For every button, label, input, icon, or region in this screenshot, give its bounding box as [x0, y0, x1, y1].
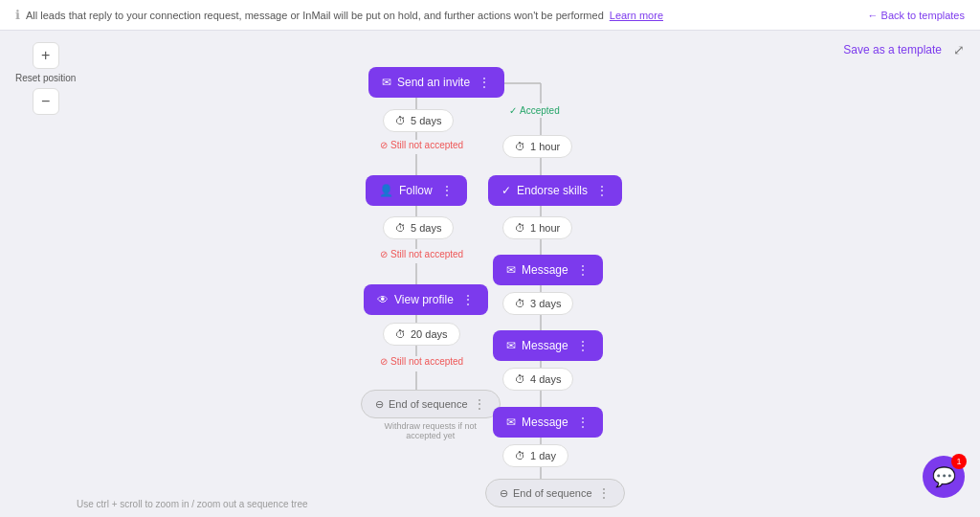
timer-5days-2-label: 5 days — [411, 222, 441, 234]
zoom-controls: + Reset position − — [15, 42, 76, 115]
info-icon: ℹ — [15, 8, 20, 22]
end-sequence-2-node: ⊖ End of sequence ⋮ — [485, 479, 625, 507]
timer-1hour-2-node: ⏱ 1 hour — [502, 216, 572, 239]
message-3-icon: ✉ — [506, 416, 516, 429]
timer-20days-node: ⏱ 20 days — [383, 323, 460, 346]
endorse-skills-node: ✓ Endorse skills ⋮ — [488, 175, 622, 206]
end-menu-2[interactable]: ⋮ — [597, 485, 611, 501]
message-3-node: ✉ Message ⋮ — [493, 407, 603, 438]
top-right-controls: Save as a template ⤢ — [843, 42, 965, 57]
message-3-label: Message — [522, 416, 568, 429]
timer-1day-node: ⏱ 1 day — [502, 444, 568, 467]
info-message: All leads that reply to your connection … — [26, 10, 604, 21]
message-2-icon: ✉ — [506, 339, 516, 352]
message-3-menu[interactable]: ⋮ — [576, 415, 590, 430]
end-icon-1: ⊖ — [375, 398, 384, 411]
send-invite-icon: ✉ — [382, 76, 391, 89]
end-subtext-1: Withdraw requests if not accepted yet — [383, 421, 479, 440]
status-label-1: Still not accepted — [390, 140, 463, 150]
zoom-out-button[interactable]: − — [33, 88, 59, 115]
message-1-label: Message — [522, 263, 568, 277]
info-bar-left: ℹ All leads that reply to your connectio… — [15, 8, 663, 22]
follow-menu[interactable]: ⋮ — [440, 183, 454, 198]
timer-icon-3: ⏱ — [395, 328, 406, 340]
timer-1hour-1-node: ⏱ 1 hour — [502, 135, 572, 158]
learn-more-link[interactable]: Learn more — [610, 10, 663, 21]
endorse-menu[interactable]: ⋮ — [595, 183, 609, 198]
end-label-2: End of sequence — [513, 487, 592, 499]
message-1-menu[interactable]: ⋮ — [576, 262, 590, 278]
view-profile-node: 👁 View profile ⋮ — [364, 284, 488, 315]
timer-icon-2: ⏱ — [395, 222, 406, 234]
end-sequence-1-node: ⊖ End of sequence ⋮ Withdraw requests if… — [361, 390, 501, 440]
send-invite-menu[interactable]: ⋮ — [478, 75, 491, 90]
timer-5days-1-node: ⏱ 5 days — [383, 109, 454, 132]
message-1-icon: ✉ — [506, 263, 516, 277]
endorse-label: Endorse skills — [517, 184, 588, 197]
view-profile-icon: 👁 — [377, 293, 389, 306]
message-2-label: Message — [522, 339, 568, 352]
timer-3days-label: 3 days — [530, 298, 561, 309]
timer-20days-label: 20 days — [411, 328, 448, 340]
timer-1hour-2-label: 1 hour — [530, 222, 560, 234]
message-2-menu[interactable]: ⋮ — [576, 338, 590, 353]
follow-label: Follow — [399, 184, 433, 197]
timer-1day-label: 1 day — [530, 450, 556, 461]
zoom-in-button[interactable]: + — [33, 42, 59, 69]
back-to-templates-link[interactable]: ← Back to templates — [868, 10, 966, 21]
accepted-label: Accepted — [520, 105, 560, 116]
follow-node: 👤 Follow ⋮ — [366, 175, 467, 206]
chat-icon: 💬 — [932, 465, 956, 488]
timer-icon-1: ⏱ — [395, 115, 406, 126]
status-label-2: Still not accepted — [390, 249, 463, 259]
endorse-icon: ✓ — [501, 184, 511, 197]
timer-3days-node: ⏱ 3 days — [502, 292, 573, 315]
follow-icon: 👤 — [379, 184, 393, 197]
timer-1hour-1-label: 1 hour — [530, 141, 560, 152]
status-label-3: Still not accepted — [390, 356, 463, 367]
timer-icon-r3: ⏱ — [515, 298, 525, 309]
message-1-node: ✉ Message ⋮ — [493, 255, 603, 285]
chat-badge: 1 — [951, 454, 967, 469]
check-icon: ✓ — [509, 105, 517, 116]
view-profile-menu[interactable]: ⋮ — [461, 292, 475, 307]
error-icon-2: ⊘ — [380, 249, 388, 259]
message-2-node: ✉ Message ⋮ — [493, 330, 603, 361]
timer-4days-label: 4 days — [530, 373, 561, 385]
view-profile-label: View profile — [394, 293, 454, 306]
end-icon-2: ⊖ — [500, 487, 508, 500]
timer-icon-r5: ⏱ — [515, 450, 525, 461]
end-label-1: End of sequence — [389, 398, 468, 410]
chat-bubble-button[interactable]: 💬 1 — [923, 456, 965, 498]
status-not-accepted-2-node: ⊘ Still not accepted — [380, 249, 463, 259]
timer-5days-2-node: ⏱ 5 days — [383, 216, 454, 239]
timer-icon-r4: ⏱ — [515, 373, 525, 385]
canvas-area: + Reset position − Save as a template ⤢ … — [0, 31, 980, 513]
connectors-svg — [0, 31, 980, 513]
error-icon-1: ⊘ — [380, 140, 388, 150]
send-invite-node: ✉ Send an invite ⋮ — [368, 67, 504, 98]
expand-icon[interactable]: ⤢ — [953, 42, 965, 57]
bottom-hint: Use ctrl + scroll to zoom in / zoom out … — [77, 499, 308, 509]
end-menu-1[interactable]: ⋮ — [473, 396, 486, 412]
status-not-accepted-3-node: ⊘ Still not accepted — [380, 356, 463, 367]
status-not-accepted-1-node: ⊘ Still not accepted — [380, 140, 463, 150]
send-invite-label: Send an invite — [397, 76, 470, 89]
reset-position-button[interactable]: Reset position — [15, 73, 76, 84]
save-template-button[interactable]: Save as a template — [843, 43, 942, 56]
info-bar: ℹ All leads that reply to your connectio… — [0, 0, 980, 31]
timer-icon-r2: ⏱ — [515, 222, 525, 234]
error-icon-3: ⊘ — [380, 356, 388, 367]
timer-icon-r1: ⏱ — [515, 141, 525, 152]
accepted-label-node: ✓ Accepted — [509, 105, 560, 116]
timer-5days-1-label: 5 days — [411, 115, 441, 126]
timer-4days-node: ⏱ 4 days — [502, 368, 573, 391]
